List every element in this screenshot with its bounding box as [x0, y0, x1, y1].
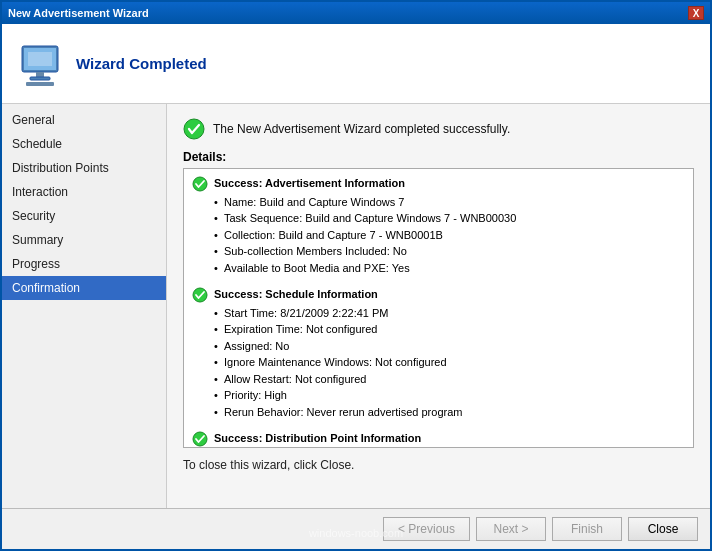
sidebar-item-summary[interactable]: Summary: [2, 228, 166, 252]
sch-item-2: Assigned: No: [214, 338, 685, 355]
sidebar-item-security[interactable]: Security: [2, 204, 166, 228]
adv-item-1: Task Sequence: Build and Capture Windows…: [214, 210, 685, 227]
success-message: The New Advertisement Wizard completed s…: [213, 122, 510, 136]
wizard-footer: < Previous Next > Finish Close: [2, 508, 710, 549]
previous-button[interactable]: < Previous: [383, 517, 470, 541]
section-distribution: Success: Distribution Point Information: [192, 430, 685, 448]
section-schedule-content: Success: Schedule Information Start Time…: [214, 286, 685, 420]
sch-item-3: Ignore Maintenance Windows: Not configur…: [214, 354, 685, 371]
wizard-header-title: Wizard Completed: [76, 55, 207, 72]
section-distribution-content: Success: Distribution Point Information: [214, 430, 685, 448]
sch-item-0: Start Time: 8/21/2009 2:22:41 PM: [214, 305, 685, 322]
section-advertisement-title: Success: Advertisement Information: [214, 175, 685, 192]
sch-item-1: Expiration Time: Not configured: [214, 321, 685, 338]
content-area: General Schedule Distribution Points Int…: [2, 104, 710, 508]
close-note: To close this wizard, click Close.: [183, 458, 694, 472]
adv-item-3: Sub-collection Members Included: No: [214, 243, 685, 260]
svg-rect-2: [36, 72, 44, 77]
wizard-icon: [16, 40, 64, 88]
svg-rect-3: [30, 77, 50, 80]
success-header: The New Advertisement Wizard completed s…: [183, 118, 694, 140]
section-schedule: Success: Schedule Information Start Time…: [192, 286, 685, 420]
section-success-icon-1: [192, 176, 208, 276]
sch-item-4: Allow Restart: Not configured: [214, 371, 685, 388]
section-distribution-title: Success: Distribution Point Information: [214, 430, 685, 447]
title-bar: New Advertisement Wizard X: [2, 2, 710, 24]
svg-rect-5: [26, 82, 54, 86]
section-advertisement-content: Success: Advertisement Information Name:…: [214, 175, 685, 276]
section-schedule-title: Success: Schedule Information: [214, 286, 685, 303]
success-check-icon: [183, 118, 205, 140]
sidebar-item-interaction[interactable]: Interaction: [2, 180, 166, 204]
sidebar: General Schedule Distribution Points Int…: [2, 104, 167, 508]
svg-rect-4: [28, 52, 52, 66]
section-success-icon-3: [192, 431, 208, 448]
adv-item-4: Available to Boot Media and PXE: Yes: [214, 260, 685, 277]
details-label: Details:: [183, 150, 694, 164]
main-panel: The New Advertisement Wizard completed s…: [167, 104, 710, 508]
sidebar-item-schedule[interactable]: Schedule: [2, 132, 166, 156]
window-close-button[interactable]: X: [688, 6, 704, 20]
wizard-window: New Advertisement Wizard X Wizard Comple…: [0, 0, 712, 551]
svg-point-6: [184, 119, 204, 139]
sidebar-item-confirmation[interactable]: Confirmation: [2, 276, 166, 300]
section-advertisement: Success: Advertisement Information Name:…: [192, 175, 685, 276]
sidebar-item-distribution-points[interactable]: Distribution Points: [2, 156, 166, 180]
window-title: New Advertisement Wizard: [8, 7, 149, 19]
finish-button[interactable]: Finish: [552, 517, 622, 541]
adv-item-0: Name: Build and Capture Windows 7: [214, 194, 685, 211]
section-success-icon-2: [192, 287, 208, 420]
adv-item-2: Collection: Build and Capture 7 - WNB000…: [214, 227, 685, 244]
sch-item-5: Priority: High: [214, 387, 685, 404]
sidebar-item-general[interactable]: General: [2, 108, 166, 132]
sidebar-item-progress[interactable]: Progress: [2, 252, 166, 276]
details-box[interactable]: Success: Advertisement Information Name:…: [183, 168, 694, 448]
close-button[interactable]: Close: [628, 517, 698, 541]
next-button[interactable]: Next >: [476, 517, 546, 541]
sch-item-6: Rerun Behavior: Never rerun advertised p…: [214, 404, 685, 421]
wizard-header: Wizard Completed: [2, 24, 710, 104]
